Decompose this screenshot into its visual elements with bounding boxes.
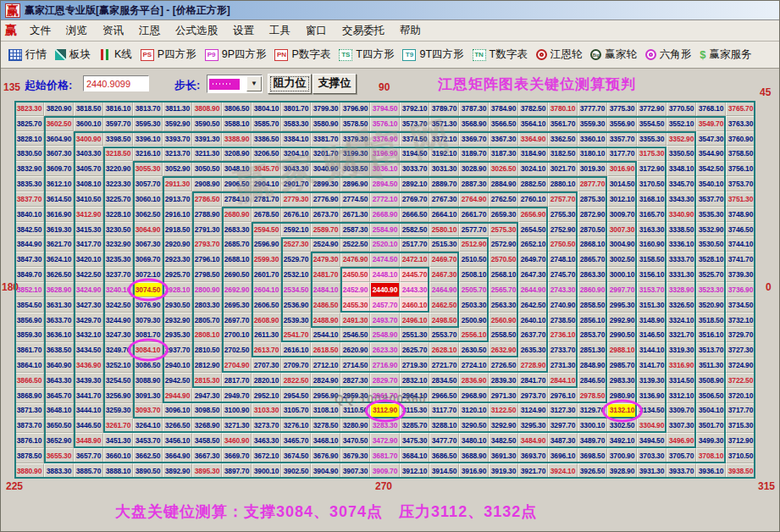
toolbar-item-K线[interactable]: K线 bbox=[99, 47, 132, 62]
grid-cell: 3873.70 bbox=[14, 418, 44, 433]
menu-item-文件[interactable]: 文件 bbox=[22, 24, 58, 38]
grid-cell: 2829.70 bbox=[370, 373, 400, 388]
grid-cell: 2635.30 bbox=[518, 342, 548, 357]
grid-cell: 3840.10 bbox=[14, 207, 44, 222]
grid-cell: 3160.90 bbox=[637, 236, 667, 252]
toolbar-item-P四方形[interactable]: PSP四方形 bbox=[141, 47, 196, 62]
grid-cell: 2565.70 bbox=[489, 282, 518, 297]
grid-cell: 3465.70 bbox=[281, 433, 311, 448]
menu-item-帮助[interactable]: 帮助 bbox=[392, 24, 429, 38]
grid-cell: 2676.10 bbox=[281, 207, 311, 222]
grid-cell: 3499.30 bbox=[696, 433, 726, 448]
start-price-label: 起始价格: bbox=[25, 78, 72, 93]
grid-cell: 2503.30 bbox=[459, 297, 489, 313]
grid-cell: 2467.30 bbox=[429, 267, 459, 282]
grid-cell: 2700.10 bbox=[222, 327, 252, 342]
menu-item-设置[interactable]: 设置 bbox=[225, 24, 262, 38]
resistance-button[interactable]: 阻力位 bbox=[268, 74, 312, 94]
grid-cell: 2964.10 bbox=[400, 388, 429, 403]
grid-cell: 3688.90 bbox=[459, 448, 489, 463]
support-button[interactable]: 支撑位 bbox=[313, 74, 357, 94]
grid-cell: 3856.90 bbox=[14, 313, 44, 328]
grid-cell: 3928.90 bbox=[607, 463, 637, 479]
grid-cell: 2695.30 bbox=[222, 297, 252, 313]
grid-cell: 2690.50 bbox=[222, 267, 252, 282]
grid-cell: 3508.90 bbox=[696, 373, 726, 388]
grid-cell: 2928.10 bbox=[163, 282, 192, 297]
grid-cell: 3436.90 bbox=[74, 357, 103, 373]
grid-cell: 2817.70 bbox=[222, 373, 252, 388]
start-price-input[interactable] bbox=[83, 75, 149, 91]
grid-cell: 2860.90 bbox=[578, 282, 607, 297]
toolbar-item-江恩轮[interactable]: 江恩轮 bbox=[536, 47, 583, 62]
toolbar-item-板块[interactable]: 板块 bbox=[55, 47, 91, 62]
grid-cell: 3218.50 bbox=[103, 146, 133, 161]
grid-cell: 3566.50 bbox=[489, 116, 518, 131]
menu-item-窗口[interactable]: 窗口 bbox=[298, 24, 335, 38]
grid-cell: 3892.90 bbox=[163, 463, 192, 479]
toolbar-item-9T四方形[interactable]: T99T四方形 bbox=[402, 47, 463, 62]
grid-cell: 2796.10 bbox=[192, 252, 222, 267]
grid-cell: 2966.50 bbox=[429, 388, 459, 403]
chart-heading: 江恩矩阵图表关键位测算预判 bbox=[438, 75, 636, 94]
grid-cell: 2848.90 bbox=[578, 357, 607, 373]
grid-cell: 3338.50 bbox=[667, 222, 696, 237]
grid-cell: 3676.90 bbox=[311, 448, 340, 463]
grid-cell: 2476.90 bbox=[340, 252, 370, 267]
ps-square-icon: PS bbox=[141, 49, 154, 61]
grid-cell: 2479.30 bbox=[311, 252, 340, 267]
grid-cell: 2450.50 bbox=[340, 267, 370, 282]
menu-item-资讯[interactable]: 资讯 bbox=[95, 24, 131, 38]
grid-cell: 3907.30 bbox=[340, 463, 370, 479]
menu-item-浏览[interactable]: 浏览 bbox=[58, 24, 95, 38]
grid-cell: 3115.30 bbox=[400, 403, 429, 418]
grid-cell: 2592.10 bbox=[281, 222, 311, 237]
toolbar-item-T四方形[interactable]: TST四方形 bbox=[339, 47, 394, 62]
menu-item-交易委托[interactable]: 交易委托 bbox=[335, 24, 392, 38]
chevron-down-icon[interactable]: ▼ bbox=[246, 76, 262, 91]
toolbar-item-行情[interactable]: 行情 bbox=[8, 47, 47, 62]
menu-item-江恩[interactable]: 江恩 bbox=[131, 24, 168, 38]
grid-cell: 2697.70 bbox=[222, 313, 252, 328]
grid-cell: 3770.50 bbox=[667, 101, 696, 116]
grid-cell: 3626.50 bbox=[44, 267, 74, 282]
grid-cell: 3326.50 bbox=[667, 297, 696, 313]
grid-cell: 3110.50 bbox=[340, 403, 370, 418]
toolbar-item-T数字表[interactable]: TNT数字表 bbox=[473, 47, 528, 62]
grid-cell: 3640.90 bbox=[44, 357, 74, 373]
toolbar-item-9P四方形[interactable]: P99P四方形 bbox=[205, 47, 267, 62]
grid-cell: 3765.70 bbox=[726, 101, 755, 116]
grid-cell: 2942.50 bbox=[163, 373, 192, 388]
grid-cell: 3297.70 bbox=[548, 418, 578, 433]
grid-cell: 3528.10 bbox=[696, 252, 726, 267]
grid-cell: 3016.90 bbox=[607, 161, 637, 176]
grid-cell: 3062.50 bbox=[133, 207, 163, 222]
grid-cell: 2731.30 bbox=[548, 357, 578, 373]
step-dropdown[interactable]: ▼ bbox=[207, 75, 263, 93]
grid-cell: 2486.50 bbox=[311, 297, 340, 313]
grid-cell: 2863.30 bbox=[578, 267, 607, 282]
grid-cell: 3674.50 bbox=[281, 448, 311, 463]
toolbar-item-六角形[interactable]: 六角形 bbox=[645, 47, 692, 62]
toolbar-item-P数字表[interactable]: PNP数字表 bbox=[274, 47, 330, 62]
grid-cell: 2865.70 bbox=[578, 252, 607, 267]
toolbar-item-赢家服务[interactable]: $赢家服务 bbox=[700, 47, 751, 62]
grid-cell: 3463.30 bbox=[252, 433, 281, 448]
grid-cell: 2656.90 bbox=[518, 207, 548, 222]
grid-cell: 3484.90 bbox=[518, 433, 548, 448]
grid-cell: 3175.30 bbox=[637, 146, 667, 161]
grid-cell: 3556.90 bbox=[607, 116, 637, 131]
grid-cell: 2630.50 bbox=[459, 342, 489, 357]
menu-item-公式选股[interactable]: 公式选股 bbox=[168, 24, 225, 38]
grid-cell: 2973.70 bbox=[518, 388, 548, 403]
grid-cell: 3643.30 bbox=[44, 373, 74, 388]
grid-cell: 3477.70 bbox=[429, 433, 459, 448]
grid-cell: 3748.90 bbox=[726, 207, 755, 222]
toolbar-item-label: 9P四方形 bbox=[222, 47, 267, 62]
grid-cell: 3724.90 bbox=[726, 357, 755, 373]
grid-cell: 3722.50 bbox=[726, 373, 755, 388]
grid-cell: 3897.70 bbox=[222, 463, 252, 479]
toolbar-item-赢家轮[interactable]: Big赢家轮 bbox=[590, 47, 637, 62]
menu-item-工具[interactable]: 工具 bbox=[262, 24, 298, 38]
grid-cell: 3657.70 bbox=[74, 448, 103, 463]
